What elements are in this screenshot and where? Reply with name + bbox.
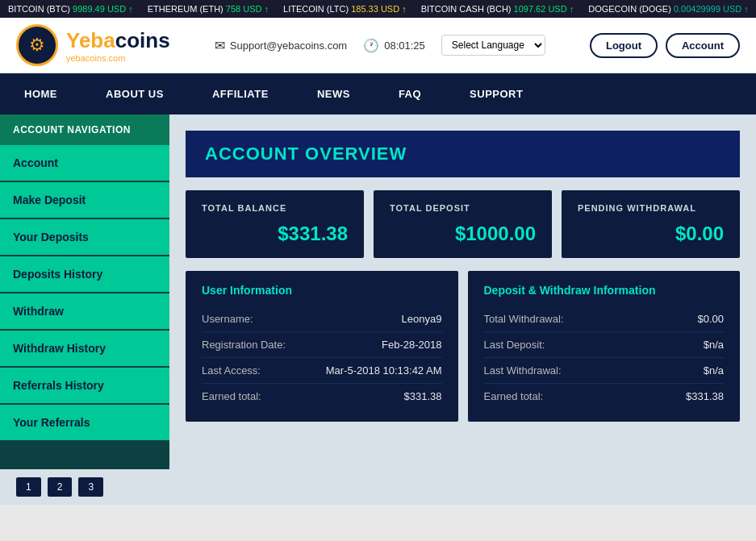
regdate-label: Registration Date: [202,339,286,351]
deposit-info-title: Deposit & Withdraw Information [484,284,725,297]
lastaccess-value: Mar-5-2018 10:13:42 AM [326,364,442,377]
overview-title: ACCOUNT OVERVIEW [186,131,740,177]
username-label: Username: [202,313,253,325]
sidebar-item-your-deposits[interactable]: Your Deposits [0,219,169,256]
page-btn-2[interactable]: 2 [48,477,73,497]
last-withdrawal-value: $n/a [704,364,724,377]
deposit-earned-value: $331.38 [686,390,724,402]
ticker-eth: ETHEREUM (ETH) 758 USD ↑ [148,4,269,14]
content-area: ACCOUNT OVERVIEW TOTAL BALANCE $331.38 T… [169,114,756,469]
username-value: Leonya9 [402,313,442,325]
info-row: User Information Username: Leonya9 Regis… [186,271,740,422]
header-time: 🕐 08:01:25 [363,38,425,53]
user-earned-row: Earned total: $331.38 [202,384,442,409]
stat-pending-value: $0.00 [578,223,724,245]
envelope-icon: ✉ [215,38,225,53]
sidebar-item-referrals-history[interactable]: Referrals History [0,368,169,405]
logout-button[interactable]: Logout [590,33,658,58]
stat-deposit-label: TOTAL DEPOSIT [390,203,536,213]
ticker-doge: DOGECOIN (DOGE) 0.00429999 USD ↑ [588,4,749,14]
time-display: 08:01:25 [384,40,425,52]
last-deposit-row: Last Deposit: $n/a [484,332,725,358]
last-withdrawal-row: Last Withdrawal: $n/a [484,358,725,384]
sidebar-item-your-referrals[interactable]: Your Referrals [0,405,169,442]
total-withdrawal-value: $0.00 [697,313,724,325]
last-deposit-label: Last Deposit: [484,339,545,351]
logo-icon: ⚙ [16,24,58,66]
stat-balance-value: $331.38 [202,223,348,245]
footer-pagination: 1 2 3 [0,469,756,505]
user-regdate-row: Registration Date: Feb-28-2018 [202,332,442,358]
user-earned-label: Earned total: [202,390,261,402]
header-center: ✉ Support@yebacoins.com 🕐 08:01:25 Selec… [215,35,545,56]
last-deposit-value: $n/a [704,339,724,351]
nav-support[interactable]: SUPPORT [445,73,547,114]
stat-pending-label: PENDING WITHDRAWAL [578,203,724,213]
account-button[interactable]: Account [666,33,740,58]
sidebar-item-withdraw[interactable]: Withdraw [0,293,169,331]
stat-pending-withdrawal: PENDING WITHDRAWAL $0.00 [562,190,740,258]
logo-area: ⚙ Yebacoins yebacoins.com [16,24,170,66]
deposit-info-panel: Deposit & Withdraw Information Total Wit… [468,271,741,422]
nav-news[interactable]: NEWS [293,73,374,114]
nav-about[interactable]: ABOUT US [81,73,188,114]
sidebar-heading: ACCOUNT NAVIGATION [0,114,169,145]
stat-balance-label: TOTAL BALANCE [202,203,348,213]
nav-home[interactable]: HOME [0,73,81,114]
deposit-earned-row: Earned total: $331.38 [484,384,725,409]
total-withdrawal-label: Total Withdrawal: [484,313,564,325]
nav-faq[interactable]: FAQ [374,73,445,114]
lastaccess-label: Last Access: [202,364,261,377]
sidebar-item-account[interactable]: Account [0,145,169,182]
user-earned-value: $331.38 [404,390,442,402]
nav-bar: HOME ABOUT US AFFILIATE NEWS FAQ SUPPORT [0,73,756,114]
ticker-bar: BITCOIN (BTC) 9989.49 USD ↑ ETHEREUM (ET… [0,0,756,18]
stat-deposit-value: $1000.00 [390,223,536,245]
header-right: Logout Account [590,33,740,58]
user-info-panel: User Information Username: Leonya9 Regis… [186,271,458,422]
sidebar-item-make-deposit[interactable]: Make Deposit [0,182,169,219]
clock-icon: 🕐 [363,38,379,53]
stat-total-balance: TOTAL BALANCE $331.38 [186,190,364,258]
page-btn-3[interactable]: 3 [78,477,103,497]
logo-text: Yebacoins yebacoins.com [66,28,170,63]
total-withdrawal-row: Total Withdrawal: $0.00 [484,306,725,332]
support-email: Support@yebacoins.com [230,40,347,52]
logo-main: Yebacoins [66,28,170,53]
logo-sub: yebacoins.com [66,53,170,63]
main-layout: ACCOUNT NAVIGATION Account Make Deposit … [0,114,756,469]
ticker-bch: BITCOIN CASH (BCH) 1097.62 USD ↑ [421,4,574,14]
ticker-btc: BITCOIN (BTC) 9989.49 USD ↑ [8,4,133,14]
user-username-row: Username: Leonya9 [202,306,442,332]
page-btn-1[interactable]: 1 [16,477,41,497]
header-support: ✉ Support@yebacoins.com [215,38,347,53]
deposit-earned-label: Earned total: [484,390,544,402]
stat-total-deposit: TOTAL DEPOSIT $1000.00 [374,190,552,258]
user-info-title: User Information [202,284,442,297]
user-lastaccess-row: Last Access: Mar-5-2018 10:13:42 AM [202,358,442,384]
last-withdrawal-label: Last Withdrawal: [484,364,562,377]
language-select[interactable]: Select Language [441,35,545,56]
sidebar-item-deposits-history[interactable]: Deposits History [0,256,169,293]
header: ⚙ Yebacoins yebacoins.com ✉ Support@yeba… [0,18,756,73]
stats-row: TOTAL BALANCE $331.38 TOTAL DEPOSIT $100… [186,190,740,258]
regdate-value: Feb-28-2018 [382,339,441,351]
sidebar: ACCOUNT NAVIGATION Account Make Deposit … [0,114,169,469]
nav-affiliate[interactable]: AFFILIATE [188,73,293,114]
sidebar-item-withdraw-history[interactable]: Withdraw History [0,331,169,368]
ticker-ltc: LITECOIN (LTC) 185.33 USD ↑ [283,4,407,14]
